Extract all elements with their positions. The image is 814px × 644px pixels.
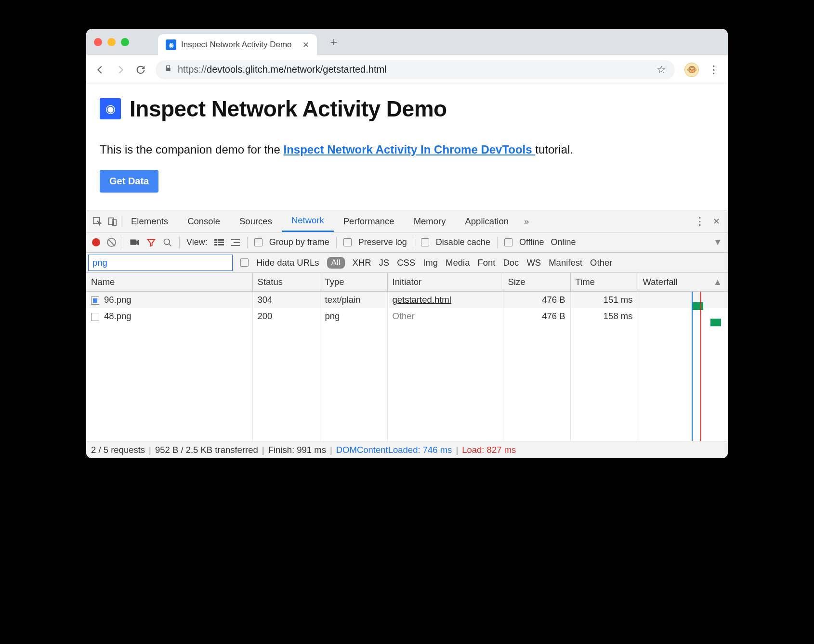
filter-css[interactable]: CSS (397, 258, 415, 268)
offline-checkbox[interactable] (504, 238, 512, 246)
type-filters: XHR JS CSS Img Media Font Doc WS Manifes… (353, 258, 613, 268)
tabs-overflow-icon[interactable]: » (518, 216, 535, 227)
cell-time: 151 ms (570, 292, 638, 308)
zoom-window-icon[interactable] (121, 38, 129, 46)
table-header-row: Name Status Type Initiator Size Time Wat… (86, 273, 728, 292)
browser-toolbar: https://devtools.glitch.me/network/getst… (86, 55, 728, 84)
page-viewport: ◉ Inspect Network Activity Demo This is … (86, 84, 728, 210)
cell-name: 48.png (104, 311, 131, 321)
devtools-close-icon[interactable]: ✕ (705, 216, 723, 227)
clear-icon[interactable] (107, 238, 116, 247)
filter-input[interactable] (88, 255, 233, 271)
url-text: https://devtools.glitch.me/network/getst… (178, 64, 651, 75)
network-toolbar: View: Group by frame Preserve log Disabl… (86, 232, 728, 253)
svg-rect-7 (214, 244, 217, 245)
tab-console[interactable]: Console (178, 210, 230, 232)
col-size[interactable]: Size (503, 273, 570, 292)
inspect-element-icon[interactable] (92, 216, 103, 227)
back-icon[interactable] (95, 64, 105, 75)
page-intro: This is the companion demo for the Inspe… (100, 143, 714, 156)
col-status[interactable]: Status (252, 273, 320, 292)
forward-icon[interactable] (115, 64, 126, 75)
svg-rect-9 (218, 242, 224, 243)
svg-rect-3 (130, 239, 136, 245)
browser-tab[interactable]: ◉ Inspect Network Activity Demo ✕ (158, 34, 317, 55)
col-waterfall[interactable]: Waterfall▲ (638, 273, 728, 292)
tab-elements[interactable]: Elements (121, 210, 178, 232)
preserve-log-checkbox[interactable] (343, 238, 352, 246)
filter-font[interactable]: Font (477, 258, 495, 268)
group-by-frame-checkbox[interactable] (254, 238, 263, 246)
reload-icon[interactable] (135, 64, 146, 75)
separator (336, 237, 337, 248)
hide-data-urls-label: Hide data URLs (256, 258, 319, 268)
filter-manifest[interactable]: Manifest (549, 258, 582, 268)
throttling-dropdown-icon[interactable]: ▼ (713, 237, 722, 247)
search-icon[interactable] (163, 238, 172, 247)
large-rows-icon[interactable] (214, 239, 224, 246)
tab-performance[interactable]: Performance (334, 210, 404, 232)
svg-point-4 (164, 239, 170, 245)
bookmark-icon[interactable]: ☆ (656, 64, 666, 76)
tab-title: Inspect Network Activity Demo (181, 40, 292, 50)
overview-icon[interactable] (231, 239, 240, 246)
status-load: Load: 827 ms (462, 445, 516, 455)
record-icon[interactable] (92, 238, 100, 246)
view-label: View: (186, 237, 208, 247)
col-time[interactable]: Time (570, 273, 638, 292)
tab-strip: ◉ Inspect Network Activity Demo ✕ + (86, 29, 728, 55)
browser-menu-icon[interactable]: ⋮ (709, 64, 719, 76)
tab-sources[interactable]: Sources (230, 210, 282, 232)
new-tab-button[interactable]: + (330, 35, 338, 50)
filter-js[interactable]: JS (379, 258, 390, 268)
favicon-icon: ◉ (166, 39, 176, 50)
intro-after: tutorial. (535, 143, 573, 156)
filter-xhr[interactable]: XHR (353, 258, 371, 268)
minimize-window-icon[interactable] (107, 38, 116, 46)
network-table-wrap: Name Status Type Initiator Size Time Wat… (86, 273, 728, 441)
tab-network[interactable]: Network (282, 210, 334, 232)
online-label[interactable]: Online (551, 237, 576, 247)
col-type[interactable]: Type (320, 273, 387, 292)
tab-memory[interactable]: Memory (404, 210, 456, 232)
close-tab-icon[interactable]: ✕ (302, 40, 309, 50)
network-filterbar: Hide data URLs All XHR JS CSS Img Media … (86, 253, 728, 273)
hide-data-urls-checkbox[interactable] (240, 258, 249, 267)
cell-waterfall (638, 308, 728, 324)
disable-cache-checkbox[interactable] (421, 238, 429, 246)
camera-icon[interactable] (130, 239, 140, 246)
tab-application[interactable]: Application (455, 210, 518, 232)
devtools-tabbar: Elements Console Sources Network Perform… (86, 210, 728, 232)
cell-initiator[interactable]: getstarted.html (393, 295, 451, 305)
status-transferred: 952 B / 2.5 KB transferred (155, 445, 258, 455)
col-name[interactable]: Name (86, 273, 252, 292)
page-title: Inspect Network Activity Demo (130, 96, 447, 122)
filter-media[interactable]: Media (446, 258, 470, 268)
offline-label: Offline (519, 237, 544, 247)
filter-doc[interactable]: Doc (503, 258, 519, 268)
profile-avatar[interactable]: 🐵 (684, 63, 699, 77)
filter-ws[interactable]: WS (526, 258, 541, 268)
filter-other[interactable]: Other (590, 258, 612, 268)
cell-status: 200 (252, 308, 320, 324)
get-data-button[interactable]: Get Data (100, 170, 158, 193)
cell-size: 476 B (503, 308, 570, 324)
address-bar[interactable]: https://devtools.glitch.me/network/getst… (156, 60, 675, 79)
devtools-panel: Elements Console Sources Network Perform… (86, 210, 728, 458)
status-requests: 2 / 5 requests (91, 445, 145, 455)
table-row[interactable]: 48.png 200 png Other 476 B 158 ms (86, 308, 728, 324)
file-icon (91, 313, 99, 321)
group-by-frame-label: Group by frame (269, 237, 329, 247)
devtools-menu-icon[interactable]: ⋮ (695, 215, 705, 228)
filter-all[interactable]: All (327, 257, 345, 269)
table-row[interactable]: 96.png 304 text/plain getstarted.html 47… (86, 292, 728, 308)
col-initiator[interactable]: Initiator (387, 273, 503, 292)
device-toggle-icon[interactable] (107, 216, 118, 227)
filter-icon[interactable] (146, 238, 156, 247)
tutorial-link[interactable]: Inspect Network Activity In Chrome DevTo… (284, 143, 536, 156)
network-table-body: 96.png 304 text/plain getstarted.html 47… (86, 292, 728, 441)
filter-img[interactable]: Img (423, 258, 438, 268)
intro-before: This is the companion demo for the (100, 143, 284, 156)
close-window-icon[interactable] (94, 38, 102, 46)
preserve-log-label: Preserve log (358, 237, 407, 247)
